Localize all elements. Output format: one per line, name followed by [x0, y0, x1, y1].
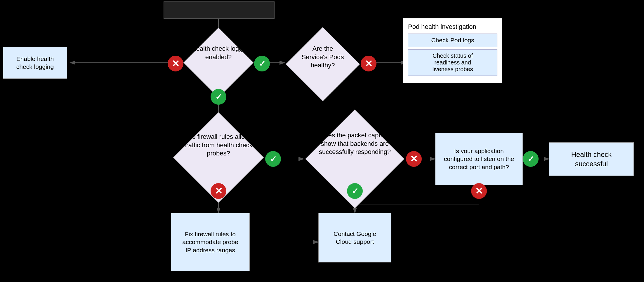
q-app-port-box: Is your applicationconfigured to listen …: [435, 133, 523, 185]
circle-logging-yes: ✓: [254, 56, 270, 71]
circle-app-yes: ✓: [523, 151, 539, 167]
pod-panel-title: Pod health investigation: [408, 23, 497, 31]
circle-logging-yes-down: ✓: [211, 89, 226, 105]
contact-google-box: Contact GoogleCloud support: [318, 213, 391, 262]
start-box: [164, 1, 275, 19]
check-pod-logs-item: Check Pod logs: [408, 34, 497, 47]
circle-app-no: ✕: [471, 183, 487, 199]
pod-investigation-panel: Pod health investigation Check Pod logs …: [403, 18, 502, 83]
q-logging-wrap: Is health check logging enabled?: [183, 36, 254, 89]
q-pods-wrap: Are theService's Podshealthy?: [285, 36, 361, 92]
contact-google-label: Contact GoogleCloud support: [334, 230, 376, 246]
circle-firewall-no: ✕: [211, 183, 226, 199]
health-check-successful-label: Health check successful: [571, 150, 612, 168]
q-app-port-label: Is your applicationconfigured to listen …: [444, 147, 514, 171]
enable-logging-label: Enable health check logging: [16, 55, 54, 71]
check-probes-label: Check status ofreadiness andliveness pro…: [433, 52, 473, 72]
enable-logging-box: Enable health check logging: [3, 47, 67, 79]
check-probes-item: Check status ofreadiness andliveness pro…: [408, 49, 497, 76]
circle-packet-yes: ✓: [347, 183, 363, 199]
circle-pods-no: ✕: [361, 56, 376, 71]
circle-packet-no: ✕: [406, 151, 422, 167]
health-check-successful-box: Health check successful: [549, 142, 634, 176]
fix-firewall-box: Fix firewall rules toaccommodate probeIP…: [171, 213, 250, 271]
check-pod-logs-label: Check Pod logs: [431, 37, 474, 43]
circle-firewall-yes: ✓: [265, 151, 281, 167]
fix-firewall-label: Fix firewall rules toaccommodate probeIP…: [182, 230, 238, 254]
flowchart: Enable health check logging Is health ch…: [0, 0, 644, 282]
circle-logging-no: ✕: [168, 56, 183, 71]
